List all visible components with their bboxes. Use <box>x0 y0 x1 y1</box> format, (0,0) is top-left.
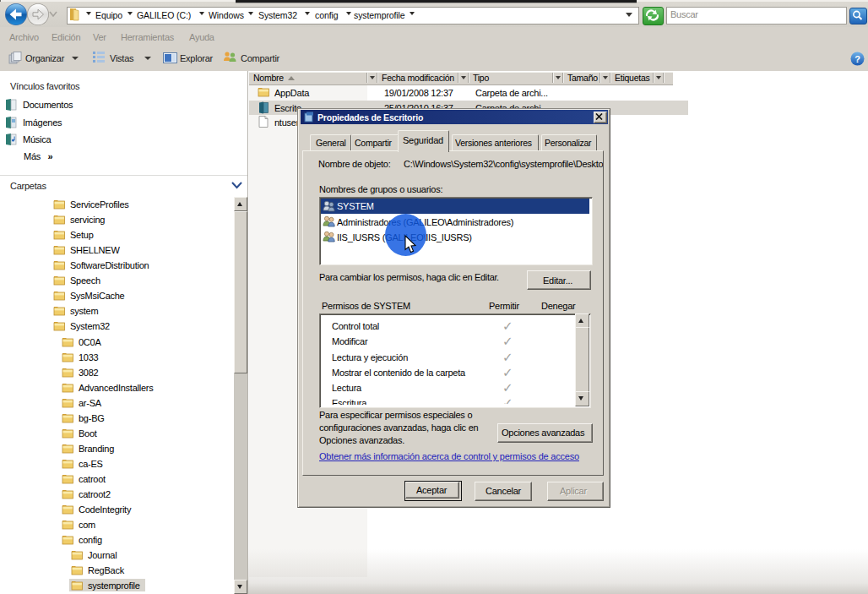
svg-text:?: ? <box>854 54 860 64</box>
